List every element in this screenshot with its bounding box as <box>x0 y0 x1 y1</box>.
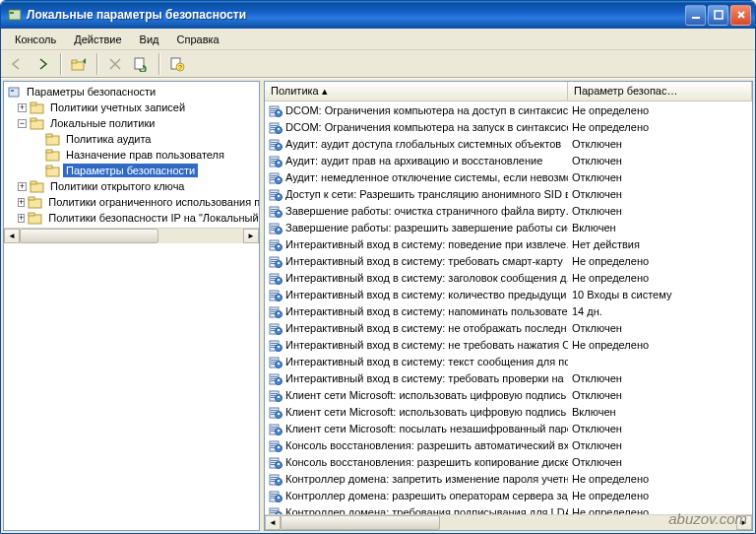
list-row[interactable]: Интерактивный вход в систему: количество… <box>265 286 752 302</box>
tree-node[interactable]: Политика аудита <box>4 131 259 147</box>
policy-name: Клиент сети Microsoft: посылать незашифр… <box>285 423 568 434</box>
list-row[interactable]: Контроллер домена: требования подписыван… <box>265 503 752 514</box>
menu-action[interactable]: Действие <box>66 32 129 47</box>
policy-name: Интерактивный вход в систему: не требова… <box>285 339 568 351</box>
scroll-right-icon[interactable]: ► <box>243 229 259 243</box>
list-row[interactable]: Интерактивный вход в систему: не требова… <box>265 336 752 353</box>
list-row[interactable]: Доступ к сети: Разрешить трансляцию анон… <box>265 185 752 202</box>
svg-rect-117 <box>271 343 278 344</box>
list-row[interactable]: Контроллер домена: разрешить операторам … <box>265 487 752 503</box>
policy-name: Завершение работы: очистка страничного ф… <box>285 205 568 217</box>
menu-console[interactable]: Консоль <box>7 32 64 47</box>
scroll-left-icon[interactable]: ◄ <box>265 515 281 530</box>
policy-name: Аудит: немедленное отключение системы, е… <box>285 171 568 183</box>
list-row[interactable]: Интерактивный вход в систему: требовать … <box>265 252 752 269</box>
tree-node[interactable]: −Локальные политики <box>4 115 259 131</box>
svg-rect-177 <box>271 510 278 511</box>
menubar: Консоль Действие Вид Справка <box>1 29 755 50</box>
expand-icon[interactable]: + <box>18 214 25 223</box>
policy-setting: Отключен <box>568 171 752 183</box>
toolbar-divider <box>96 53 97 75</box>
policy-setting: Не определено <box>568 473 752 485</box>
tree-node[interactable]: Параметры безопасности <box>4 163 259 178</box>
titlebar[interactable]: Локальные параметры безопасности <box>1 1 755 29</box>
list-row[interactable]: Интерактивный вход в систему: поведение … <box>265 235 752 252</box>
list-pane[interactable]: Политика ▴ Параметр безопас… DCOM: Огран… <box>264 81 753 531</box>
svg-rect-51 <box>271 159 278 160</box>
folder-icon <box>45 148 61 162</box>
svg-rect-147 <box>271 427 278 428</box>
list-row[interactable]: DCOM: Ограничения компьютера на запуск в… <box>265 118 752 135</box>
maximize-button[interactable] <box>708 5 728 26</box>
app-icon <box>7 7 23 23</box>
list-row[interactable]: Клиент сети Microsoft: использовать цифр… <box>265 386 752 403</box>
list-row[interactable]: Интерактивный вход в систему: не отображ… <box>265 319 752 336</box>
scroll-left-icon[interactable]: ◄ <box>4 229 20 243</box>
list-row[interactable]: Завершение работы: очистка страничного ф… <box>265 202 752 219</box>
policy-icon <box>269 187 283 201</box>
list-row[interactable]: Консоль восстановления: разрешить копиро… <box>265 453 752 470</box>
column-header-setting[interactable]: Параметр безопас… <box>568 82 752 100</box>
policy-setting: Отключен <box>568 188 752 200</box>
policy-icon <box>269 405 283 419</box>
up-button[interactable] <box>67 52 91 76</box>
svg-rect-73 <box>278 212 280 214</box>
menu-view[interactable]: Вид <box>132 32 167 47</box>
list-row[interactable]: Консоль восстановления: разрешить автома… <box>265 436 752 453</box>
list-row[interactable]: Клиент сети Microsoft: посылать незашифр… <box>265 420 752 436</box>
scroll-right-icon[interactable]: ► <box>736 515 752 530</box>
column-header-policy[interactable]: Политика ▴ <box>265 82 568 100</box>
expand-icon[interactable]: + <box>18 182 27 191</box>
svg-rect-133 <box>278 379 280 381</box>
list-hscrollbar[interactable]: ◄ ► <box>265 514 752 530</box>
svg-rect-123 <box>271 360 278 361</box>
list-row[interactable]: DCOM: Ограничения компьютера на доступ в… <box>265 101 752 118</box>
tree-hscrollbar[interactable]: ◄ ► <box>4 228 259 243</box>
list-row[interactable]: Контроллер домена: запретить изменение п… <box>265 470 752 487</box>
tree-node[interactable]: +Политики открытого ключа <box>4 178 259 194</box>
expand-icon[interactable]: + <box>18 198 25 207</box>
list-row[interactable]: Клиент сети Microsoft: использовать цифр… <box>265 403 752 420</box>
tree-pane[interactable]: Параметры безопасности +Политики учетных… <box>3 81 260 531</box>
policy-setting: Включен <box>568 406 752 418</box>
policy-setting: Не определено <box>568 255 752 267</box>
window-controls <box>685 5 751 26</box>
tree-root[interactable]: Параметры безопасности <box>4 84 259 100</box>
menu-help[interactable]: Справка <box>169 32 227 47</box>
tree-node[interactable]: Назначение прав пользователя <box>4 147 259 163</box>
list-row[interactable]: Интерактивный вход в систему: напоминать… <box>265 302 752 319</box>
security-icon <box>6 85 22 99</box>
policy-icon <box>269 472 283 486</box>
svg-rect-39 <box>271 125 278 126</box>
list-row[interactable]: Интерактивный вход в систему: требовать … <box>265 369 752 386</box>
collapse-icon[interactable]: − <box>18 119 27 128</box>
forward-button[interactable] <box>31 52 54 76</box>
list-row[interactable]: Аудит: немедленное отключение системы, е… <box>265 168 752 185</box>
tree-node[interactable]: +Политики безопасности IP на "Локальный … <box>4 210 259 226</box>
tree-node[interactable]: +Политики учетных записей <box>4 100 259 115</box>
expand-icon[interactable]: + <box>18 103 27 112</box>
list-body[interactable]: DCOM: Ограничения компьютера на доступ в… <box>265 101 752 514</box>
tree-node[interactable]: +Политики ограниченного использования пр… <box>4 194 259 210</box>
svg-rect-1 <box>10 12 14 14</box>
policy-name: Завершение работы: разрешить завершение … <box>285 222 568 234</box>
close-button[interactable] <box>730 5 751 26</box>
svg-rect-67 <box>278 195 280 197</box>
list-row[interactable]: Аудит: аудит доступа глобальных системны… <box>265 135 752 152</box>
list-row[interactable]: Завершение работы: разрешить завершение … <box>265 219 752 235</box>
list-row[interactable]: Интерактивный вход в систему: текст сооб… <box>265 353 752 369</box>
minimize-button[interactable] <box>685 5 706 26</box>
tree-node-label: Назначение прав пользователя <box>63 148 227 162</box>
policy-setting: Отключен <box>568 155 752 167</box>
list-row[interactable]: Аудит: аудит прав на архивацию и восстан… <box>265 152 752 168</box>
list-row[interactable]: Интерактивный вход в систему: заголовок … <box>265 269 752 286</box>
policy-setting: Отключен <box>568 372 752 384</box>
svg-rect-61 <box>278 178 280 180</box>
policy-setting: Отключен <box>568 439 752 451</box>
refresh-button[interactable] <box>129 52 153 76</box>
help-button[interactable]: ? <box>165 52 189 76</box>
policy-setting: Отключен <box>568 423 752 434</box>
policy-icon <box>269 154 283 167</box>
svg-rect-93 <box>271 276 278 277</box>
policy-setting: Отключен <box>568 205 752 217</box>
